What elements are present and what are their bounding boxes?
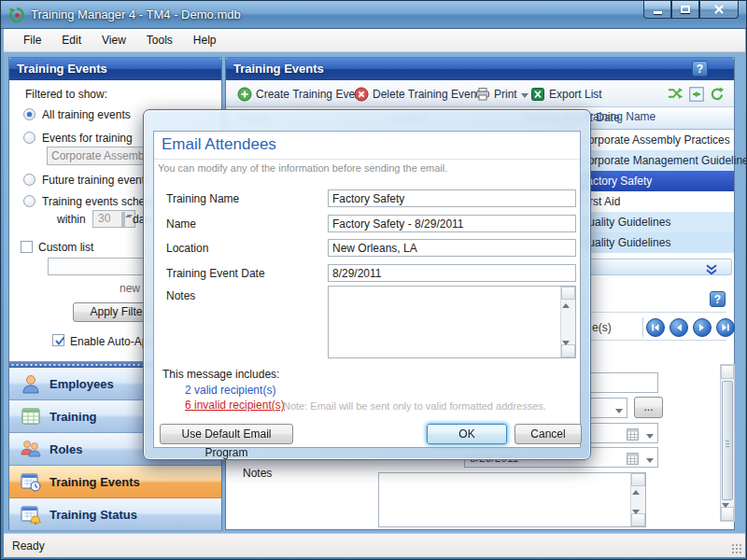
window-title: Training Manager 4 - TM4 - Demo.mdb bbox=[31, 7, 241, 21]
export-list-button[interactable]: Export List bbox=[530, 80, 602, 107]
print-button[interactable]: Print bbox=[475, 80, 529, 107]
custom-list-checkbox[interactable] bbox=[21, 241, 33, 253]
divider bbox=[154, 159, 580, 160]
use-default-email-button[interactable]: Use Default Email Program bbox=[160, 424, 293, 444]
create-training-event-button[interactable]: Create Training Event bbox=[237, 80, 364, 107]
detail-help-button[interactable]: ? bbox=[710, 291, 726, 307]
menu-item-edit[interactable]: Edit bbox=[51, 31, 92, 49]
maximize-button[interactable] bbox=[671, 1, 699, 19]
sidebar-item-label: Training bbox=[49, 410, 97, 424]
ok-button[interactable]: OK bbox=[427, 424, 507, 444]
calendar-bell-icon bbox=[20, 503, 42, 525]
shuffle-columns-button[interactable] bbox=[668, 80, 686, 107]
calendar-icon[interactable] bbox=[627, 427, 639, 440]
scrollbar-thumb[interactable] bbox=[722, 381, 733, 500]
radio-all-label[interactable]: All training events bbox=[42, 108, 131, 121]
scroll-up-button[interactable] bbox=[721, 365, 734, 379]
invalid-recipients-link[interactable]: 6 invalid recipient(s) bbox=[185, 399, 285, 412]
within-label: within bbox=[57, 213, 86, 226]
people-icon bbox=[20, 438, 42, 460]
cell-training-name: Corporate Assembly Practices bbox=[580, 133, 730, 147]
scroll-down-button[interactable] bbox=[631, 513, 645, 526]
cancel-button[interactable]: Cancel bbox=[514, 424, 582, 444]
menu-item-tools[interactable]: Tools bbox=[136, 31, 183, 49]
sidebar-item-training-status[interactable]: Training Status bbox=[9, 498, 221, 531]
auto-apply-checkbox[interactable] bbox=[52, 334, 64, 346]
refresh-button[interactable] bbox=[710, 80, 728, 107]
menubar: File Edit View Tools Help bbox=[4, 29, 745, 52]
includes-label: This message includes: bbox=[162, 368, 279, 381]
sidebar-item-training-events[interactable]: Training Events bbox=[9, 466, 221, 498]
dialog-title: Email Attendees bbox=[162, 135, 276, 154]
scrollbar-grip-icon bbox=[726, 441, 729, 447]
date-dropdown-icon[interactable] bbox=[646, 458, 654, 463]
cell-training-name: Quality Guidelines bbox=[580, 236, 670, 249]
first-record-icon bbox=[651, 323, 660, 332]
training-filter-value: Corporate Assembly bbox=[51, 149, 152, 162]
previous-record-icon bbox=[674, 323, 684, 332]
name-input[interactable] bbox=[328, 215, 576, 232]
spinner-down-icon[interactable] bbox=[123, 212, 125, 227]
menu-item-help[interactable]: Help bbox=[183, 31, 227, 49]
delete-button-label: Delete Training Event bbox=[373, 88, 480, 101]
scroll-down-button[interactable] bbox=[561, 344, 575, 357]
detail-scrollbar[interactable] bbox=[720, 364, 735, 522]
detail-notes-textarea[interactable] bbox=[378, 472, 646, 527]
record-next-button[interactable] bbox=[693, 318, 712, 337]
textarea-scrollbar[interactable] bbox=[630, 473, 645, 526]
print-dropdown-icon[interactable] bbox=[521, 93, 529, 98]
radio-training-events-scheduled[interactable] bbox=[23, 195, 35, 207]
record-last-button[interactable] bbox=[716, 318, 735, 337]
calendar-icon[interactable] bbox=[627, 452, 639, 464]
dialog-content: Email Attendees You can modify any of th… bbox=[153, 131, 581, 448]
print-button-label: Print bbox=[494, 88, 517, 101]
date-dropdown-icon[interactable] bbox=[646, 434, 654, 439]
status-text: Ready bbox=[12, 539, 45, 553]
add-icon bbox=[237, 87, 252, 102]
within-days-spinner[interactable]: 30 bbox=[92, 210, 135, 228]
minimize-button[interactable] bbox=[643, 1, 671, 19]
notes-textarea[interactable] bbox=[328, 286, 576, 358]
menu-item-view[interactable]: View bbox=[92, 31, 136, 49]
resize-grip[interactable] bbox=[731, 543, 742, 554]
help-button[interactable]: ? bbox=[692, 61, 708, 77]
scroll-up-button[interactable] bbox=[631, 473, 645, 486]
browse-button[interactable]: ... bbox=[634, 397, 663, 418]
valid-recipients-link[interactable]: 2 valid recipient(s) bbox=[185, 384, 275, 397]
spreadsheet-icon bbox=[20, 405, 42, 427]
minimize-icon bbox=[654, 11, 662, 14]
status-bar: Ready bbox=[4, 533, 745, 557]
location-input[interactable] bbox=[328, 239, 576, 257]
training-event-date-label: Training Event Date bbox=[166, 267, 265, 280]
radio-events-for-training[interactable] bbox=[23, 132, 35, 144]
sidebar-item-label: Roles bbox=[49, 442, 82, 456]
menu-item-file[interactable]: File bbox=[13, 31, 51, 49]
combo-dropdown-icon[interactable] bbox=[615, 409, 623, 413]
radio-future-training-events[interactable] bbox=[23, 174, 35, 186]
scroll-up-button[interactable] bbox=[561, 287, 575, 300]
training-event-date-input[interactable] bbox=[328, 264, 576, 282]
scroll-down-button[interactable] bbox=[721, 507, 734, 521]
app-window: Training Manager 4 - TM4 - Demo.mdb File… bbox=[0, 0, 747, 560]
sidebar-item-label: Training Status bbox=[49, 508, 137, 522]
delete-icon bbox=[354, 87, 369, 102]
new-list-link[interactable]: new bbox=[120, 282, 140, 295]
titlebar: Training Manager 4 - TM4 - Demo.mdb bbox=[1, 1, 746, 29]
textarea-scrollbar[interactable] bbox=[560, 287, 575, 357]
printer-icon bbox=[475, 87, 490, 102]
record-first-button[interactable] bbox=[646, 318, 665, 337]
chevron-double-down-icon[interactable] bbox=[705, 262, 718, 279]
delete-training-event-button[interactable]: Delete Training Event bbox=[354, 80, 480, 107]
fit-columns-button[interactable] bbox=[689, 80, 708, 107]
radio-future-label[interactable]: Future training events bbox=[42, 174, 150, 187]
dialog-subtitle: You can modify any of the information be… bbox=[158, 162, 447, 174]
radio-events-for-label[interactable]: Events for training bbox=[42, 132, 133, 145]
cell-training-name: Corporate Management Guidelines bbox=[580, 154, 747, 167]
record-previous-button[interactable] bbox=[669, 318, 688, 337]
filter-title: Filtered to show: bbox=[25, 88, 107, 101]
close-button[interactable] bbox=[699, 1, 739, 19]
training-name-input[interactable] bbox=[328, 189, 576, 207]
radio-all-training-events[interactable] bbox=[23, 108, 35, 120]
custom-list-label[interactable]: Custom list bbox=[38, 241, 93, 254]
location-label: Location bbox=[166, 242, 208, 255]
